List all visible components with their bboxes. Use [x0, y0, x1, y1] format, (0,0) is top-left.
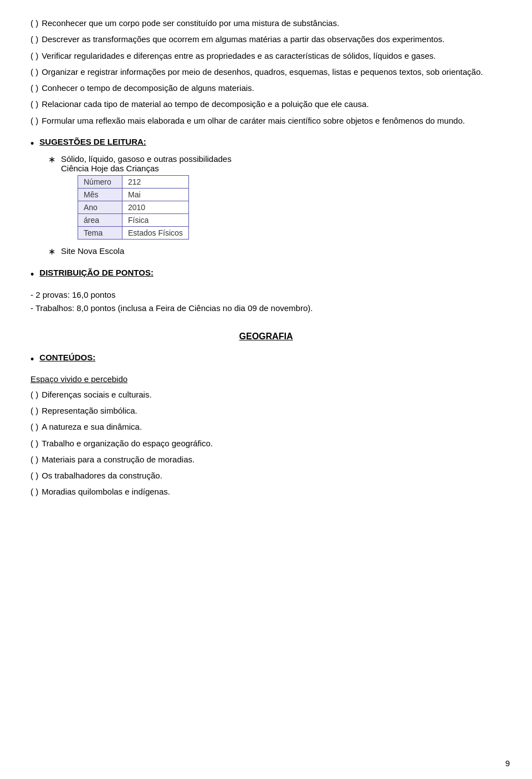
espaco-vivido-container: Espaço vivido e percebido ( ) Diferenças… — [30, 374, 502, 498]
sugestoes-item-1-text: Sólido, líquido, gasoso e outras possibi… — [61, 154, 232, 244]
checkbox-item-3: ( ) Verificar regularidades e diferenças… — [30, 49, 502, 62]
geo-checkbox-list: ( ) Diferenças sociais e culturais. ( ) … — [30, 388, 502, 498]
checkbox-parens: ( ) — [30, 82, 38, 94]
geo-item-text: Moradias quilombolas e indígenas. — [42, 485, 170, 498]
table-row: Mês Mai — [78, 188, 189, 201]
sugestoes-star-item-1: ∗ Sólido, líquido, gasoso e outras possi… — [48, 154, 502, 244]
checkbox-parens: ( ) — [30, 388, 38, 401]
geo-item-text: Materiais para a construção de moradias. — [42, 453, 195, 466]
table-row: área Física — [78, 213, 189, 226]
geo-item-5: ( ) Materiais para a construção de morad… — [30, 453, 502, 466]
conteudos-title: CONTEÚDOS: — [39, 353, 95, 362]
table-label: Número — [78, 175, 122, 188]
table-label: Mês — [78, 188, 122, 201]
checkbox-parens: ( ) — [30, 404, 38, 417]
table-row: Número 212 — [78, 175, 189, 188]
table-label: Tema — [78, 226, 122, 239]
table-area: Número 212 Mês Mai Ano 2010 — [78, 175, 232, 240]
checkbox-text: Verificar regularidades e diferenças ent… — [42, 49, 436, 62]
checkbox-parens: ( ) — [30, 98, 38, 110]
distribuicao-section: • DISTRIBUIÇÃO DE PONTOS: - 2 provas: 16… — [30, 268, 502, 315]
checkbox-parens: ( ) — [30, 453, 38, 466]
checkbox-text: Formular uma reflexão mais elaborada e u… — [42, 114, 465, 127]
checkbox-item-4: ( ) Organizar e registrar informações po… — [30, 65, 502, 78]
table-value: 212 — [122, 175, 189, 188]
checkbox-parens: ( ) — [30, 420, 38, 433]
checkbox-parens: ( ) — [30, 17, 38, 29]
checkbox-parens: ( ) — [30, 437, 38, 450]
sugestoes-section: • SUGESTÕES DE LEITURA: ∗ Sólido, líquid… — [30, 137, 502, 257]
checkbox-parens: ( ) — [30, 485, 38, 498]
bullet-dot-icon-3: • — [30, 353, 34, 366]
table-label: Ano — [78, 201, 122, 213]
page-container: ( ) Reconhecer que um corpo pode ser con… — [0, 0, 532, 779]
checkbox-item-5: ( ) Conhecer o tempo de decomposição de … — [30, 82, 502, 94]
table-row: Ano 2010 — [78, 201, 189, 213]
table-body: Número 212 Mês Mai Ano 2010 — [78, 175, 189, 239]
table-value: Estados Físicos — [122, 226, 189, 239]
checkbox-text: Organizar e registrar informações por me… — [42, 65, 483, 78]
sugestoes-star-item-2: ∗ Site Nova Escola — [48, 246, 502, 257]
geo-item-text: Representação simbólica. — [42, 404, 137, 417]
geo-item-4: ( ) Trabalho e organização do espaço geo… — [30, 437, 502, 450]
geo-item-6: ( ) Os trabalhadores da construção. — [30, 469, 502, 482]
checkbox-text: Reconhecer que um corpo pode ser constit… — [42, 17, 339, 29]
table-row: Tema Estados Físicos — [78, 226, 189, 239]
checkbox-parens: ( ) — [30, 49, 38, 62]
checkbox-text: Relacionar cada tipo de material ao temp… — [42, 98, 369, 110]
distribuicao-title-row: • DISTRIBUIÇÃO DE PONTOS: — [30, 268, 502, 283]
geo-item-text: A natureza e sua dinâmica. — [42, 420, 142, 433]
geografia-heading: GEOGRAFIA — [30, 332, 502, 342]
checkbox-list: ( ) Reconhecer que um corpo pode ser con… — [30, 17, 502, 127]
distribuicao-lines: - 2 provas: 16,0 pontos - Trabalhos: 8,0… — [30, 288, 502, 315]
espaco-vivido-title: Espaço vivido e percebido — [30, 374, 502, 384]
distribuicao-line-2: - Trabalhos: 8,0 pontos (inclusa a Feira… — [30, 302, 502, 315]
distribuicao-title: DISTRIBUIÇÃO DE PONTOS: — [39, 268, 154, 277]
geo-item-2: ( ) Representação simbólica. — [30, 404, 502, 417]
sugestoes-item-2-text: Site Nova Escola — [61, 246, 124, 256]
page-number: 9 — [505, 758, 510, 768]
conteudos-title-row: • CONTEÚDOS: — [30, 353, 502, 368]
table-label: área — [78, 213, 122, 226]
info-table: Número 212 Mês Mai Ano 2010 — [78, 175, 189, 240]
sugestoes-title-row: • SUGESTÕES DE LEITURA: — [30, 137, 502, 152]
bullet-dot-icon: • — [30, 137, 34, 151]
table-value: Mai — [122, 188, 189, 201]
bullet-dot-icon-2: • — [30, 268, 34, 282]
checkbox-item-1: ( ) Reconhecer que um corpo pode ser con… — [30, 17, 502, 29]
geo-item-3: ( ) A natureza e sua dinâmica. — [30, 420, 502, 433]
conteudos-section: • CONTEÚDOS: Espaço vivido e percebido (… — [30, 353, 502, 498]
geo-item-7: ( ) Moradias quilombolas e indígenas. — [30, 485, 502, 498]
sugestoes-line2: Ciência Hoje das Crianças — [61, 164, 232, 173]
sugestoes-line1: Sólido, líquido, gasoso e outras possibi… — [61, 154, 232, 164]
checkbox-item-2: ( ) Descrever as transformações que ocor… — [30, 33, 502, 45]
table-value: 2010 — [122, 201, 189, 213]
checkbox-text: Descrever as transformações que ocorrem … — [42, 33, 444, 45]
geo-item-text: Trabalho e organização do espaço geográf… — [42, 437, 213, 450]
sugestoes-title: SUGESTÕES DE LEITURA: — [39, 137, 146, 146]
table-value: Física — [122, 213, 189, 226]
geo-item-1: ( ) Diferenças sociais e culturais. — [30, 388, 502, 401]
star-icon-1: ∗ — [48, 154, 55, 165]
distribuicao-line-1: - 2 provas: 16,0 pontos — [30, 288, 502, 302]
checkbox-item-7: ( ) Formular uma reflexão mais elaborada… — [30, 114, 502, 127]
geo-item-text: Os trabalhadores da construção. — [42, 469, 162, 482]
checkbox-parens: ( ) — [30, 65, 38, 78]
star-icon-2: ∗ — [48, 246, 55, 257]
checkbox-parens: ( ) — [30, 114, 38, 127]
checkbox-parens: ( ) — [30, 469, 38, 482]
checkbox-parens: ( ) — [30, 33, 38, 45]
sugestoes-item-1: ∗ Sólido, líquido, gasoso e outras possi… — [48, 154, 502, 257]
geo-item-text: Diferenças sociais e culturais. — [42, 388, 151, 401]
checkbox-item-6: ( ) Relacionar cada tipo de material ao … — [30, 98, 502, 110]
checkbox-text: Conhecer o tempo de decomposição de algu… — [42, 82, 254, 94]
